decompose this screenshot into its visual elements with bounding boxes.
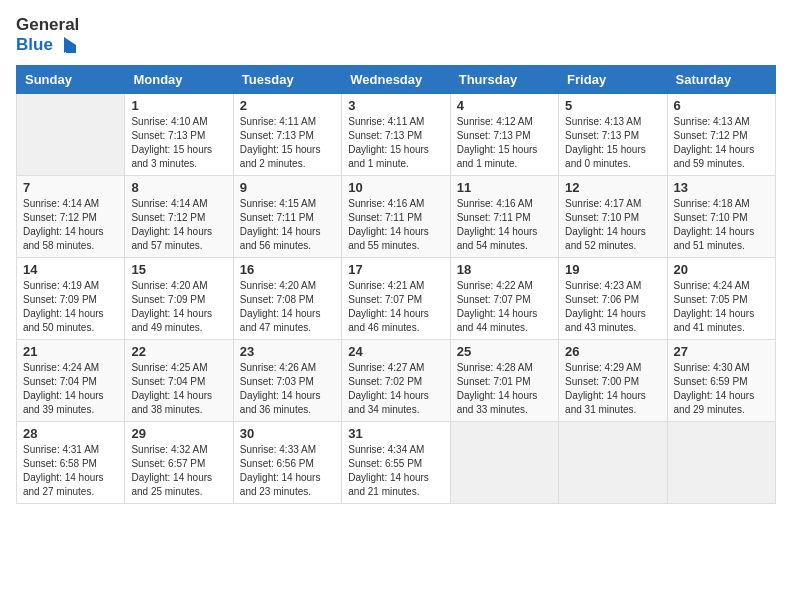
day-number: 3 xyxy=(348,98,443,113)
calendar-cell: 29Sunrise: 4:32 AMSunset: 6:57 PMDayligh… xyxy=(125,421,233,503)
calendar-cell: 28Sunrise: 4:31 AMSunset: 6:58 PMDayligh… xyxy=(17,421,125,503)
day-number: 6 xyxy=(674,98,769,113)
week-row-4: 21Sunrise: 4:24 AMSunset: 7:04 PMDayligh… xyxy=(17,339,776,421)
cell-details: Sunrise: 4:25 AMSunset: 7:04 PMDaylight:… xyxy=(131,361,226,417)
day-header-friday: Friday xyxy=(559,65,667,93)
day-number: 13 xyxy=(674,180,769,195)
calendar-cell: 18Sunrise: 4:22 AMSunset: 7:07 PMDayligh… xyxy=(450,257,558,339)
day-number: 21 xyxy=(23,344,118,359)
cell-details: Sunrise: 4:24 AMSunset: 7:05 PMDaylight:… xyxy=(674,279,769,335)
cell-details: Sunrise: 4:11 AMSunset: 7:13 PMDaylight:… xyxy=(348,115,443,171)
calendar-cell: 2Sunrise: 4:11 AMSunset: 7:13 PMDaylight… xyxy=(233,93,341,175)
week-row-2: 7Sunrise: 4:14 AMSunset: 7:12 PMDaylight… xyxy=(17,175,776,257)
day-number: 16 xyxy=(240,262,335,277)
day-number: 29 xyxy=(131,426,226,441)
calendar-cell: 11Sunrise: 4:16 AMSunset: 7:11 PMDayligh… xyxy=(450,175,558,257)
calendar-cell: 9Sunrise: 4:15 AMSunset: 7:11 PMDaylight… xyxy=(233,175,341,257)
calendar-cell xyxy=(450,421,558,503)
day-header-saturday: Saturday xyxy=(667,65,775,93)
day-header-sunday: Sunday xyxy=(17,65,125,93)
calendar-cell: 22Sunrise: 4:25 AMSunset: 7:04 PMDayligh… xyxy=(125,339,233,421)
calendar-cell: 13Sunrise: 4:18 AMSunset: 7:10 PMDayligh… xyxy=(667,175,775,257)
cell-details: Sunrise: 4:23 AMSunset: 7:06 PMDaylight:… xyxy=(565,279,660,335)
cell-details: Sunrise: 4:14 AMSunset: 7:12 PMDaylight:… xyxy=(23,197,118,253)
cell-details: Sunrise: 4:21 AMSunset: 7:07 PMDaylight:… xyxy=(348,279,443,335)
cell-details: Sunrise: 4:29 AMSunset: 7:00 PMDaylight:… xyxy=(565,361,660,417)
calendar-cell: 5Sunrise: 4:13 AMSunset: 7:13 PMDaylight… xyxy=(559,93,667,175)
calendar-cell: 3Sunrise: 4:11 AMSunset: 7:13 PMDaylight… xyxy=(342,93,450,175)
cell-details: Sunrise: 4:11 AMSunset: 7:13 PMDaylight:… xyxy=(240,115,335,171)
calendar-cell: 26Sunrise: 4:29 AMSunset: 7:00 PMDayligh… xyxy=(559,339,667,421)
week-row-3: 14Sunrise: 4:19 AMSunset: 7:09 PMDayligh… xyxy=(17,257,776,339)
cell-details: Sunrise: 4:34 AMSunset: 6:55 PMDaylight:… xyxy=(348,443,443,499)
day-header-thursday: Thursday xyxy=(450,65,558,93)
cell-details: Sunrise: 4:18 AMSunset: 7:10 PMDaylight:… xyxy=(674,197,769,253)
cell-details: Sunrise: 4:20 AMSunset: 7:08 PMDaylight:… xyxy=(240,279,335,335)
day-number: 25 xyxy=(457,344,552,359)
cell-details: Sunrise: 4:20 AMSunset: 7:09 PMDaylight:… xyxy=(131,279,226,335)
calendar-table: SundayMondayTuesdayWednesdayThursdayFrid… xyxy=(16,65,776,504)
day-number: 11 xyxy=(457,180,552,195)
cell-details: Sunrise: 4:19 AMSunset: 7:09 PMDaylight:… xyxy=(23,279,118,335)
logo: General Blue xyxy=(16,16,79,57)
logo-general: General xyxy=(16,16,79,35)
cell-details: Sunrise: 4:13 AMSunset: 7:13 PMDaylight:… xyxy=(565,115,660,171)
calendar-cell: 24Sunrise: 4:27 AMSunset: 7:02 PMDayligh… xyxy=(342,339,450,421)
calendar-cell: 20Sunrise: 4:24 AMSunset: 7:05 PMDayligh… xyxy=(667,257,775,339)
day-number: 19 xyxy=(565,262,660,277)
day-number: 18 xyxy=(457,262,552,277)
cell-details: Sunrise: 4:13 AMSunset: 7:12 PMDaylight:… xyxy=(674,115,769,171)
cell-details: Sunrise: 4:16 AMSunset: 7:11 PMDaylight:… xyxy=(457,197,552,253)
cell-details: Sunrise: 4:10 AMSunset: 7:13 PMDaylight:… xyxy=(131,115,226,171)
cell-details: Sunrise: 4:31 AMSunset: 6:58 PMDaylight:… xyxy=(23,443,118,499)
day-header-tuesday: Tuesday xyxy=(233,65,341,93)
week-row-5: 28Sunrise: 4:31 AMSunset: 6:58 PMDayligh… xyxy=(17,421,776,503)
calendar-cell: 6Sunrise: 4:13 AMSunset: 7:12 PMDaylight… xyxy=(667,93,775,175)
calendar-cell xyxy=(17,93,125,175)
day-number: 4 xyxy=(457,98,552,113)
day-number: 23 xyxy=(240,344,335,359)
week-row-1: 1Sunrise: 4:10 AMSunset: 7:13 PMDaylight… xyxy=(17,93,776,175)
day-number: 10 xyxy=(348,180,443,195)
calendar-cell: 12Sunrise: 4:17 AMSunset: 7:10 PMDayligh… xyxy=(559,175,667,257)
calendar-cell: 1Sunrise: 4:10 AMSunset: 7:13 PMDaylight… xyxy=(125,93,233,175)
day-number: 7 xyxy=(23,180,118,195)
calendar-cell: 7Sunrise: 4:14 AMSunset: 7:12 PMDaylight… xyxy=(17,175,125,257)
logo-blue: Blue xyxy=(16,36,53,55)
calendar-cell: 21Sunrise: 4:24 AMSunset: 7:04 PMDayligh… xyxy=(17,339,125,421)
day-number: 1 xyxy=(131,98,226,113)
day-number: 5 xyxy=(565,98,660,113)
calendar-cell: 27Sunrise: 4:30 AMSunset: 6:59 PMDayligh… xyxy=(667,339,775,421)
day-number: 24 xyxy=(348,344,443,359)
cell-details: Sunrise: 4:26 AMSunset: 7:03 PMDaylight:… xyxy=(240,361,335,417)
day-number: 15 xyxy=(131,262,226,277)
cell-details: Sunrise: 4:30 AMSunset: 6:59 PMDaylight:… xyxy=(674,361,769,417)
calendar-cell: 8Sunrise: 4:14 AMSunset: 7:12 PMDaylight… xyxy=(125,175,233,257)
day-number: 8 xyxy=(131,180,226,195)
calendar-cell xyxy=(559,421,667,503)
day-number: 31 xyxy=(348,426,443,441)
calendar-cell: 14Sunrise: 4:19 AMSunset: 7:09 PMDayligh… xyxy=(17,257,125,339)
day-number: 14 xyxy=(23,262,118,277)
calendar-cell: 10Sunrise: 4:16 AMSunset: 7:11 PMDayligh… xyxy=(342,175,450,257)
day-number: 30 xyxy=(240,426,335,441)
cell-details: Sunrise: 4:17 AMSunset: 7:10 PMDaylight:… xyxy=(565,197,660,253)
day-number: 27 xyxy=(674,344,769,359)
calendar-cell: 4Sunrise: 4:12 AMSunset: 7:13 PMDaylight… xyxy=(450,93,558,175)
calendar-cell: 15Sunrise: 4:20 AMSunset: 7:09 PMDayligh… xyxy=(125,257,233,339)
cell-details: Sunrise: 4:15 AMSunset: 7:11 PMDaylight:… xyxy=(240,197,335,253)
cell-details: Sunrise: 4:32 AMSunset: 6:57 PMDaylight:… xyxy=(131,443,226,499)
day-header-monday: Monday xyxy=(125,65,233,93)
cell-details: Sunrise: 4:28 AMSunset: 7:01 PMDaylight:… xyxy=(457,361,552,417)
logo-wordmark: General Blue xyxy=(16,16,79,57)
cell-details: Sunrise: 4:33 AMSunset: 6:56 PMDaylight:… xyxy=(240,443,335,499)
calendar-cell: 31Sunrise: 4:34 AMSunset: 6:55 PMDayligh… xyxy=(342,421,450,503)
cell-details: Sunrise: 4:27 AMSunset: 7:02 PMDaylight:… xyxy=(348,361,443,417)
page-header: General Blue xyxy=(16,16,776,57)
day-header-wednesday: Wednesday xyxy=(342,65,450,93)
day-number: 17 xyxy=(348,262,443,277)
cell-details: Sunrise: 4:24 AMSunset: 7:04 PMDaylight:… xyxy=(23,361,118,417)
day-number: 26 xyxy=(565,344,660,359)
cell-details: Sunrise: 4:12 AMSunset: 7:13 PMDaylight:… xyxy=(457,115,552,171)
logo-triangle-icon xyxy=(56,35,78,57)
